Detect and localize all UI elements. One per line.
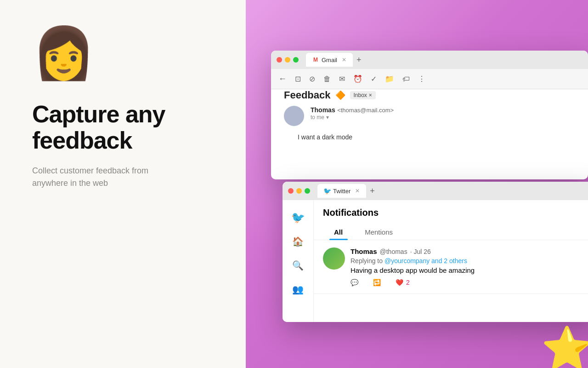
more-icon[interactable]: ⋮: [418, 75, 425, 83]
email-header: Thomas <thomas@mail.com> to me ▾: [271, 106, 588, 126]
gmail-tab-label: Gmail: [322, 57, 337, 63]
tweet-date: · Jul 26: [410, 248, 431, 255]
tweet-name: Thomas: [351, 247, 377, 255]
headline: Capture any feedback: [32, 101, 214, 154]
tweet-avatar: [323, 247, 345, 270]
traffic-light-red[interactable]: [277, 57, 282, 63]
twitter-search-icon[interactable]: 🔍: [288, 255, 308, 276]
sender-avatar: [284, 106, 304, 126]
twitter-favicon: 🐦: [324, 188, 330, 194]
twitter-tl-yellow[interactable]: [296, 188, 302, 194]
traffic-lights: [277, 57, 299, 63]
twitter-tab-label: Twitter: [333, 188, 351, 195]
twitter-people-icon[interactable]: 👥: [288, 279, 308, 299]
check-icon[interactable]: ✓: [371, 75, 377, 83]
sender-email: <thomas@mail.com>: [337, 107, 394, 114]
browser-tabs: M Gmail ✕ +: [306, 53, 582, 67]
avatar-emoji: 👩: [32, 28, 106, 101]
tweet-reply-to: Replying to @yourcompany and 2 others: [351, 257, 588, 264]
gmail-new-tab[interactable]: +: [356, 55, 362, 65]
twitter-home-icon[interactable]: 🏠: [288, 231, 308, 252]
deco-star-character: ⭐: [505, 285, 588, 368]
tab-all[interactable]: All: [323, 224, 354, 240]
back-button[interactable]: ←: [278, 74, 287, 84]
tweet-text: Having a desktop app would be amazing: [351, 266, 588, 274]
archive-icon[interactable]: ⊡: [295, 75, 301, 83]
twitter-tabs: 🐦 Twitter ✕ +: [317, 184, 588, 198]
email-subject: Feedback: [284, 89, 331, 101]
heart-icon: ❤️: [396, 279, 403, 286]
reply-action[interactable]: 💬: [351, 279, 358, 286]
reply-icon: 💬: [351, 279, 358, 286]
gmail-browser-window: M Gmail ✕ + ← ⊡ ⊘ 🗑 ✉ ⏰ ✓ 📁 🏷 ⋮ Feedback…: [271, 51, 588, 179]
right-panel: M Gmail ✕ + ← ⊡ ⊘ 🗑 ✉ ⏰ ✓ 📁 🏷 ⋮ Feedback…: [246, 0, 588, 368]
gmail-tab[interactable]: M Gmail ✕: [306, 53, 353, 67]
notifications-header: Notifications All Mentions: [314, 200, 588, 240]
folder-icon[interactable]: 📁: [385, 75, 394, 83]
twitter-traffic-lights: [288, 188, 310, 194]
tweet-body: Thomas @thomas · Jul 26 Replying to @you…: [351, 247, 588, 286]
subtext: Collect customer feedback from anywhere …: [32, 165, 214, 190]
mail-icon[interactable]: ✉: [339, 75, 345, 83]
gmail-favicon: M: [312, 57, 319, 63]
twitter-tab-close[interactable]: ✕: [355, 188, 360, 194]
retweet-icon: 🔁: [373, 279, 381, 286]
twitter-new-tab[interactable]: +: [370, 186, 375, 196]
inbox-badge-close[interactable]: ×: [369, 92, 372, 98]
report-icon[interactable]: ⊘: [309, 75, 315, 83]
inbox-badge: Inbox ×: [350, 91, 376, 99]
email-to: to me ▾: [311, 114, 575, 121]
tab-mentions[interactable]: Mentions: [354, 224, 404, 240]
tweet-handle: @thomas: [380, 248, 407, 255]
traffic-light-yellow[interactable]: [285, 57, 290, 63]
twitter-tl-green[interactable]: [305, 188, 310, 194]
twitter-tl-red[interactable]: [288, 188, 294, 194]
notifications-tabs: All Mentions: [323, 224, 588, 240]
tweet-mention: @yourcompany and 2 others: [384, 257, 467, 264]
gmail-toolbar: ← ⊡ ⊘ 🗑 ✉ ⏰ ✓ 📁 🏷 ⋮: [271, 69, 588, 89]
email-subject-line: Feedback 🔶 Inbox ×: [271, 89, 588, 101]
tweet-user-line: Thomas @thomas · Jul 26: [351, 247, 588, 255]
label-icon[interactable]: 🏷: [402, 75, 410, 83]
sender-info: Thomas <thomas@mail.com> to me ▾: [311, 106, 575, 121]
traffic-light-green[interactable]: [293, 57, 299, 63]
sender-name: Thomas: [311, 106, 335, 114]
forward-icon: 🔶: [335, 90, 345, 100]
gmail-browser-chrome: M Gmail ✕ +: [271, 51, 588, 69]
notifications-title: Notifications: [323, 207, 588, 218]
delete-icon[interactable]: 🗑: [323, 75, 331, 83]
twitter-tab[interactable]: 🐦 Twitter ✕: [317, 184, 366, 198]
twitter-browser-chrome: 🐦 Twitter ✕ +: [283, 182, 588, 200]
heart-count: 2: [406, 279, 410, 286]
left-panel: 👩 Capture any feedback Collect customer …: [0, 0, 246, 368]
clock-icon[interactable]: ⏰: [353, 75, 362, 83]
gmail-tab-close[interactable]: ✕: [342, 57, 346, 63]
like-action[interactable]: ❤️ 2: [396, 279, 410, 286]
retweet-action[interactable]: 🔁: [373, 279, 381, 286]
twitter-logo-nav[interactable]: 🐦: [288, 207, 308, 228]
email-body: I want a dark mode: [271, 133, 588, 141]
twitter-sidebar: 🐦 🏠 🔍 👥: [283, 200, 314, 322]
